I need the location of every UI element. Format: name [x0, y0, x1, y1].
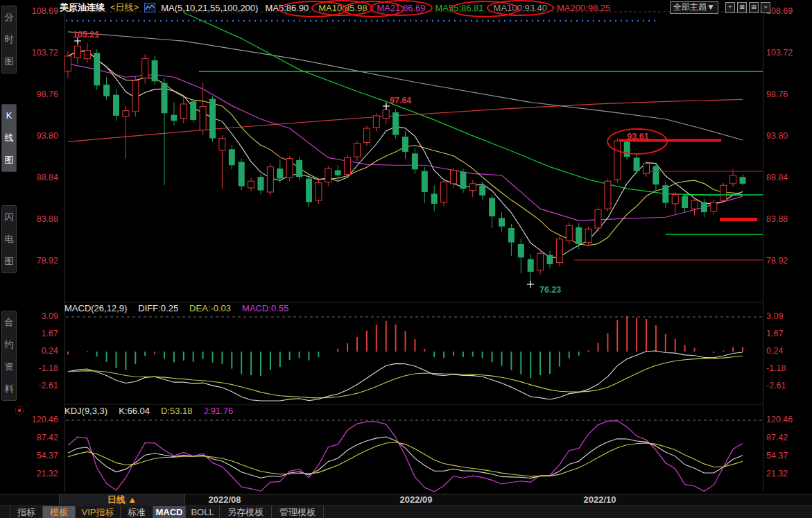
exit-icon[interactable]: » [761, 2, 770, 13]
sidebar-tab-闪电图[interactable]: 闪 电 图 [1, 205, 17, 273]
date-label: 2022/10 [578, 494, 622, 506]
macd-diff-value: DIFF:0.25 [138, 303, 178, 313]
bottom-tab-BOLL[interactable]: BOLL [186, 506, 220, 518]
axis-label: -2.61 [766, 381, 811, 390]
axis-label: 3.09 [766, 311, 811, 321]
axis-label: 120.46 [17, 415, 58, 424]
sidebar-tab-K线图[interactable]: K 线 图 [1, 104, 17, 172]
kline-chart-icon [144, 3, 155, 12]
ma-value: MA55:86.81 [434, 3, 485, 13]
axis-label: -2.61 [17, 381, 58, 390]
axis-label: 1.67 [766, 329, 811, 338]
axis-label: 0.24 [17, 346, 58, 356]
zoom-in-icon[interactable]: ⊞ [749, 2, 759, 13]
ma-value: MA5:86.90 [264, 3, 310, 13]
ma-values-group: MA5:86.90MA10:85.98MA21:86.69MA55:86.81M… [264, 3, 612, 13]
svg-text:76.23: 76.23 [539, 285, 561, 295]
svg-text:97.64: 97.64 [390, 96, 411, 105]
axis-label: 21.32 [766, 469, 811, 478]
kdj-k-value: K:66.04 [119, 406, 150, 416]
period-indicator[interactable]: <日线> [110, 1, 139, 14]
bottom-tab-管理模板[interactable]: 管理模板 [272, 506, 324, 518]
sidebar-tab-分时图[interactable]: 分 时 图 [1, 6, 17, 74]
axis-label: 0.24 [766, 346, 811, 356]
bottom-tab-VIP指标[interactable]: VIP指标 [76, 506, 121, 518]
macd-dea-value: DEA:-0.03 [189, 303, 231, 313]
axis-label: -1.18 [17, 363, 58, 373]
ma-value: MA21:86.69 [375, 3, 426, 13]
macd-panel-title: MACD(26,12,9) DIFF:0.25 DEA:-0.03 MACD:0… [64, 303, 288, 313]
zoom-area-icon[interactable]: ⊠ [737, 2, 747, 13]
bottom-tab-标准[interactable]: 标准 [121, 506, 153, 518]
kdj-d-value: D:53.18 [161, 406, 193, 416]
axis-label: 54.37 [17, 451, 58, 460]
date-axis-bar: 日线 ▲ 2022/082022/092022/10 [0, 494, 812, 506]
bottom-tab-指标[interactable]: 指标 [10, 506, 43, 518]
axis-label: 83.88 [766, 214, 811, 224]
bottom-tab-模板[interactable]: 模板 [43, 506, 76, 518]
macd-macd-value: MACD:0.55 [242, 303, 288, 313]
axis-label: 93.80 [17, 131, 58, 141]
theme-dropdown-button[interactable]: 全部主题▼ [670, 1, 718, 14]
axis-label: 108.69 [17, 6, 58, 16]
axis-label: 88.84 [17, 173, 58, 182]
axis-label: 54.37 [766, 451, 811, 460]
ma-value: MA100:93.40 [492, 3, 548, 13]
axis-label: 93.80 [766, 131, 811, 141]
macd-title: MACD(26,12,9) [64, 303, 127, 313]
axis-label: 88.84 [766, 173, 811, 182]
red-circle-annotation [487, 0, 554, 16]
bottom-tab-bar: 指标模板VIP指标标准MACDBOLL另存模板管理模板 [0, 506, 812, 518]
axis-label: 78.92 [766, 256, 811, 266]
axis-label: 87.42 [17, 433, 58, 442]
axis-label: 120.46 [766, 415, 811, 424]
toolbar-icon-group: +⊠⊞» [725, 2, 770, 13]
axis-label: 1.67 [17, 329, 58, 338]
date-label: 2022/09 [394, 494, 438, 506]
chart-canvas[interactable]: 105.2197.6493.6176.23 [0, 0, 812, 518]
date-label: 2022/08 [202, 494, 247, 506]
axis-label: 87.42 [766, 433, 811, 442]
kdj-panel-title: KDJ(9,3,3) K:66.04 D:53.18 J:91.76 [64, 406, 233, 416]
svg-text:105.21: 105.21 [73, 30, 99, 40]
axis-label: 21.32 [17, 469, 58, 478]
bottom-tab-另存模板[interactable]: 另存模板 [220, 506, 272, 518]
axis-label: 83.88 [17, 214, 58, 224]
period-selector[interactable]: 日线 ▲ [59, 494, 185, 505]
axis-label: -1.18 [766, 363, 811, 373]
red-circle-annotation [311, 0, 374, 16]
ma-value: MA200:98.25 [555, 3, 612, 13]
red-circle-annotation [370, 0, 432, 16]
kdj-title: KDJ(9,3,3) [64, 406, 107, 416]
axis-label: 103.72 [17, 48, 58, 58]
top-toolbar: 美原油连续 <日线> MA(5,10,21,55,100,200) MA5:86… [60, 0, 612, 15]
axis-label: 78.92 [17, 256, 58, 266]
axis-label: 108.69 [766, 6, 811, 16]
app-root: 美原油连续 <日线> MA(5,10,21,55,100,200) MA5:86… [0, 0, 812, 518]
axis-label: 103.72 [766, 48, 811, 58]
ma-params-label: MA(5,10,21,55,100,200) [161, 3, 258, 13]
axis-label: 98.76 [17, 89, 58, 99]
bottom-tab-MACD[interactable]: MACD [153, 506, 186, 518]
symbol-name[interactable]: 美原油连续 [60, 1, 105, 14]
axis-label: 98.76 [766, 89, 811, 99]
kdj-j-value: J:91.76 [204, 406, 234, 416]
pan-icon[interactable]: + [725, 2, 735, 13]
sidebar-tab-合约资料[interactable]: 合 约 资 料 [1, 311, 17, 401]
svg-text:93.61: 93.61 [627, 132, 648, 141]
axis-label: 3.09 [17, 311, 58, 321]
ma-value: MA10:85.98 [317, 3, 368, 13]
